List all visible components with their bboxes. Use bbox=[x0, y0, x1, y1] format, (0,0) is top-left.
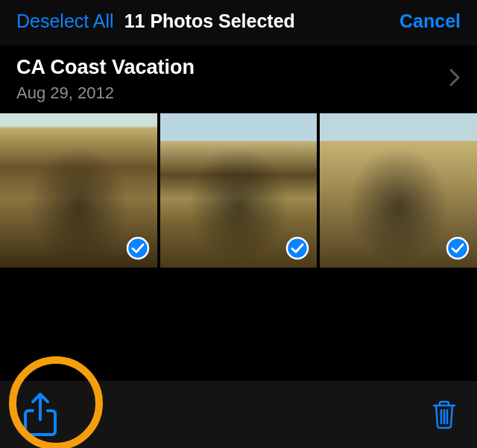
trash-icon bbox=[432, 400, 457, 429]
cancel-button[interactable]: Cancel bbox=[399, 10, 461, 32]
svg-point-1 bbox=[287, 238, 308, 259]
album-date: Aug 29, 2012 bbox=[16, 83, 443, 103]
photo-thumbnail[interactable] bbox=[0, 113, 157, 268]
share-button[interactable] bbox=[18, 392, 63, 437]
album-header[interactable]: CA Coast Vacation Aug 29, 2012 bbox=[0, 45, 477, 113]
checkmark-icon bbox=[126, 236, 150, 260]
deselect-all-button[interactable]: Deselect All bbox=[16, 10, 114, 32]
photo-thumbnail[interactable] bbox=[320, 113, 477, 268]
chevron-right-icon[interactable] bbox=[443, 67, 467, 92]
checkmark-icon bbox=[446, 236, 470, 260]
photo-grid bbox=[0, 113, 477, 268]
share-icon bbox=[22, 391, 58, 438]
svg-point-2 bbox=[447, 238, 468, 259]
selection-count-title: 11 Photos Selected bbox=[124, 10, 295, 32]
checkmark-icon bbox=[285, 236, 309, 260]
bottom-toolbar bbox=[0, 381, 477, 448]
photo-thumbnail[interactable] bbox=[160, 113, 318, 268]
album-title: CA Coast Vacation bbox=[16, 56, 443, 79]
top-bar: Deselect All 11 Photos Selected Cancel bbox=[0, 0, 477, 45]
delete-button[interactable] bbox=[429, 400, 459, 429]
svg-point-0 bbox=[127, 238, 148, 259]
